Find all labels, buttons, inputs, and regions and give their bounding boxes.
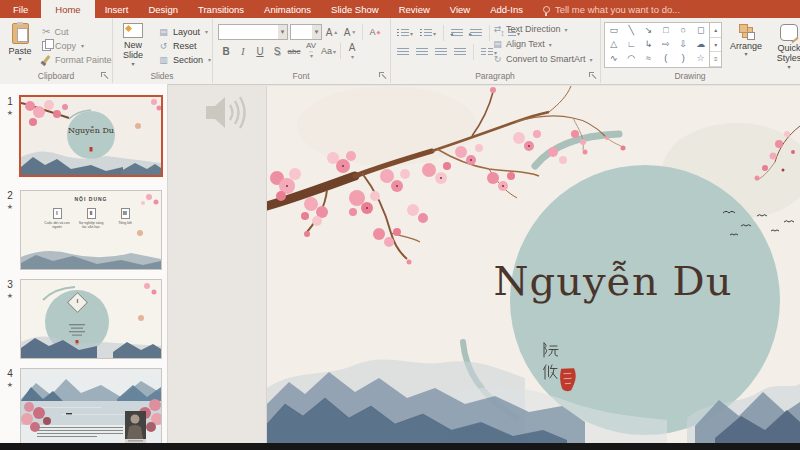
slide-4-number: 4: [4, 368, 16, 379]
paste-button[interactable]: Paste: [4, 23, 36, 63]
numbering-button[interactable]: [418, 26, 438, 40]
tab-transitions[interactable]: Transitions: [188, 0, 254, 18]
font-name-combo[interactable]: [218, 24, 288, 40]
smartart-icon: ↻: [492, 54, 503, 64]
audio-speaker-icon[interactable]: [204, 92, 256, 134]
new-slide-button[interactable]: New Slide: [118, 23, 148, 68]
shape-scribble[interactable]: ∿: [610, 54, 618, 63]
slide-3-thumbnail[interactable]: I: [20, 279, 162, 359]
clipboard-group-label: Clipboard: [0, 71, 112, 81]
format-painter-label: Format Painter: [55, 55, 113, 65]
layout-button[interactable]: ▤ Layout: [158, 25, 208, 38]
decrease-indent-icon: ◂: [451, 29, 463, 38]
slide-1-thumbnail[interactable]: Nguyễn Du: [19, 95, 163, 177]
clear-formatting-button[interactable]: A◆: [367, 25, 383, 40]
align-center-button[interactable]: [414, 45, 430, 59]
group-font: A▲ A▼ A◆ B I U S abc AV↔ Aa A Font: [212, 18, 391, 83]
slide-2-number: 2: [4, 190, 16, 201]
shape-elbow[interactable]: ∟: [627, 40, 636, 49]
paragraph-dialog-launcher[interactable]: [589, 72, 597, 80]
shape-right-arrow[interactable]: ⇨: [662, 40, 670, 49]
font-size-combo[interactable]: [290, 24, 322, 40]
shape-ellipse[interactable]: ○: [681, 26, 686, 35]
slide-1-animation-star: ★: [4, 109, 16, 117]
copy-icon: [42, 41, 51, 51]
convert-smartart-button[interactable]: ↻ Convert to SmartArt: [492, 54, 593, 64]
tab-add-ins[interactable]: Add-Ins: [480, 0, 533, 18]
shape-left-brace[interactable]: (: [664, 54, 667, 63]
slide-title[interactable]: Nguyễn Du: [463, 258, 763, 304]
tab-animations[interactable]: Animations: [254, 0, 321, 18]
shape-elbow-arrow[interactable]: ↳: [645, 40, 653, 49]
slide-2-item-2: II Sự nghiệp sáng tác văn học: [76, 208, 106, 229]
reset-button[interactable]: ↺ Reset: [158, 39, 197, 52]
shape-down-arrow[interactable]: ⇩: [679, 40, 687, 49]
copy-button[interactable]: Copy: [42, 39, 84, 52]
tab-design[interactable]: Design: [138, 0, 188, 18]
shape-cloud[interactable]: ☁: [696, 40, 705, 49]
reset-icon: ↺: [158, 41, 169, 51]
section-button[interactable]: ▥ Section: [158, 53, 211, 66]
tab-slide-show[interactable]: Slide Show: [321, 0, 389, 18]
shape-triangle[interactable]: △: [610, 40, 617, 49]
change-case-button[interactable]: Aa: [320, 44, 337, 59]
shape-textbox[interactable]: ▭: [609, 26, 618, 35]
grow-font-button[interactable]: A▲: [324, 25, 340, 40]
shape-rounded-rect[interactable]: ◻: [697, 26, 704, 35]
shape-arc[interactable]: ◠: [627, 54, 635, 63]
strikethrough-button[interactable]: abc: [286, 44, 302, 59]
ribbon: Paste ✂ Cut Copy Format Painter Clipboar…: [0, 18, 800, 85]
shapes-more-button[interactable]: ≡: [710, 52, 721, 67]
cut-button[interactable]: ✂ Cut: [42, 25, 68, 38]
shapes-gallery-scrollbar: ▴ ▾ ≡: [709, 23, 721, 67]
decrease-indent-button[interactable]: ◂: [449, 26, 465, 40]
slide-4-thumbnail[interactable]: [20, 368, 162, 443]
tell-me-box[interactable]: Tell me what you want to do...: [543, 0, 680, 18]
status-bar-strip: [0, 443, 800, 450]
tab-review[interactable]: Review: [389, 0, 440, 18]
text-shadow-button[interactable]: S: [269, 44, 285, 59]
italic-button[interactable]: I: [235, 44, 251, 59]
arrange-button[interactable]: Arrange: [726, 24, 766, 58]
tab-insert[interactable]: Insert: [95, 0, 139, 18]
shape-rectangle[interactable]: □: [663, 26, 668, 35]
new-slide-icon: [123, 23, 143, 38]
slide-4-animation-star: ★: [4, 381, 16, 389]
tab-home[interactable]: Home: [41, 0, 94, 18]
slide-2-thumbnail[interactable]: NỘI DUNG I Cuộc đời và con người II Sự n…: [20, 190, 162, 270]
clipboard-dialog-launcher[interactable]: [101, 72, 109, 80]
shape-arrow-line[interactable]: ↘: [645, 26, 653, 35]
slide-2-item-1: I Cuộc đời và con người: [42, 208, 72, 229]
reset-label: Reset: [173, 41, 197, 51]
bold-button[interactable]: B: [218, 44, 234, 59]
character-spacing-button[interactable]: AV↔: [303, 44, 319, 59]
shrink-font-button[interactable]: A▼: [342, 25, 358, 40]
section-label: Section: [173, 55, 203, 65]
font-group-label: Font: [212, 71, 390, 81]
underline-button[interactable]: U: [252, 44, 268, 59]
slide-canvas[interactable]: Nguyễn Du: [267, 86, 800, 443]
font-dialog-launcher[interactable]: [379, 72, 387, 80]
paste-icon: [12, 23, 29, 44]
shape-star[interactable]: ☆: [697, 54, 705, 63]
shapes-gallery: ▭ ╲ ↘ □ ○ ◻ △ ∟ ↳ ⇨ ⇩ ☁ ∿ ◠ ≈ ( ) ☆ ▴: [604, 22, 722, 68]
align-left-button[interactable]: [395, 45, 411, 59]
slide-1-art: [21, 97, 161, 175]
font-color-button[interactable]: A: [344, 44, 360, 59]
align-right-button[interactable]: [433, 45, 449, 59]
slides-group-label: Slides: [112, 71, 212, 81]
shape-line[interactable]: ╲: [628, 26, 633, 35]
shape-curve[interactable]: ≈: [646, 54, 651, 63]
format-painter-button[interactable]: Format Painter: [42, 53, 113, 66]
quick-styles-button[interactable]: Quick Styles: [772, 24, 800, 71]
increase-indent-button[interactable]: ▸: [468, 26, 484, 40]
tab-view[interactable]: View: [440, 0, 480, 18]
shapes-scroll-up[interactable]: ▴: [710, 23, 721, 38]
shape-right-brace[interactable]: ): [682, 54, 685, 63]
align-text-button[interactable]: ▤ Align Text: [492, 39, 552, 49]
bullets-button[interactable]: [395, 26, 415, 40]
shapes-scroll-down[interactable]: ▾: [710, 38, 721, 53]
justify-button[interactable]: [452, 45, 468, 59]
tab-file[interactable]: File: [0, 0, 41, 18]
text-direction-button[interactable]: ⇄ Text Direction: [492, 24, 568, 34]
